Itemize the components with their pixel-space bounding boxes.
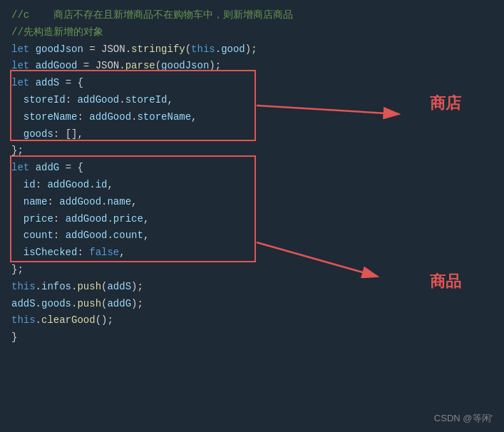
code-line-4: let addGood = JSON.parse(goodJson); — [11, 58, 493, 75]
code-line-1: //c 商店不存在且新增商品不在购物车中，则新增商店商品 — [11, 7, 493, 24]
code-line-3: let goodJson = JSON.stringify(this.good)… — [11, 41, 493, 58]
code-line-7: storeName: addGood.storeName, — [11, 109, 493, 126]
watermark: CSDN @等闲' — [434, 412, 493, 425]
store-label: 商店 — [430, 93, 461, 114]
code-line-6: storeId: addGood.storeId, — [11, 92, 493, 109]
good-label: 商品 — [430, 271, 461, 292]
code-line-17: this.infos.push(addS); — [11, 279, 493, 296]
code-line-13: price: addGood.price, — [11, 211, 493, 228]
code-line-2: //先构造新增的对象 — [11, 24, 493, 41]
code-line-14: count: addGood.count, — [11, 227, 493, 245]
code-line-20: } — [11, 329, 493, 346]
code-line-9: }; — [11, 143, 493, 160]
code-area: //c 商店不存在且新增商品不在购物车中，则新增商店商品 //先构造新增的对象 … — [0, 0, 504, 354]
code-line-16: }; — [11, 262, 493, 279]
code-line-8: goods: [], — [11, 126, 493, 143]
code-line-15: isChecked: false, — [11, 245, 493, 262]
code-line-10: let addG = { — [11, 160, 493, 177]
code-line-11: id: addGood.id, — [11, 177, 493, 194]
code-line-19: this.clearGood(); — [11, 312, 493, 329]
code-line-18: addS.goods.push(addG); — [11, 296, 493, 313]
code-line-12: name: addGood.name, — [11, 194, 493, 211]
code-line-5: let addS = { — [11, 75, 493, 92]
